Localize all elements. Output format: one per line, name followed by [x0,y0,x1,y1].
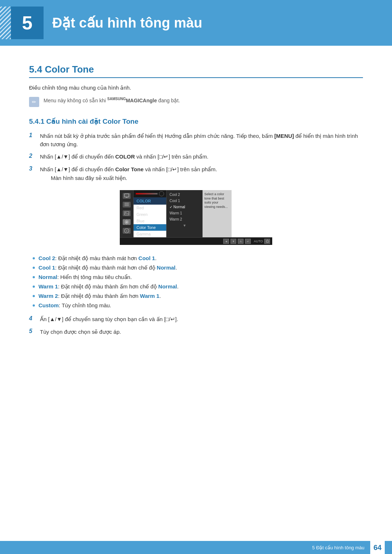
step-4-text: Ấn [▲/▼] để chuyển sang tùy chọn bạn cần… [40,315,178,324]
btn-down: ▼ [230,239,236,244]
step-3-text: Nhấn [▲/▼] để di chuyển đến Color Tone v… [40,166,217,172]
screenshot-wrapper: i COLOR Red Green Blue Color T [29,190,363,245]
bullet-normal: Normal: Hiển thị tông màu tiêu chuẩn. [33,274,363,280]
sidebar-icon-info: i [123,228,131,234]
screen-menu-header: COLOR [134,197,166,205]
screen-menu-item-blue: Blue [134,218,166,224]
bullet-dot [33,276,35,278]
submenu-arrow-down: ▼ [167,222,203,229]
section-description: Điều chỉnh tông màu chung của hình ảnh. [29,85,363,91]
bullet-list: Cool 2: Đặt nhiệt độ màu thành mát hơn C… [29,255,363,309]
step-4: 4 Ấn [▲/▼] để chuyển sang tùy chọn bạn c… [29,315,363,324]
svg-rect-2 [124,203,129,204]
submenu-cool2: Cool 2 [167,192,203,198]
section-title: Color Tone [45,64,94,75]
btn-left: ◄ [223,239,229,244]
bullet-custom: Custom: Tùy chỉnh tông màu. [33,302,363,309]
submenu-warm1: Warm 1 [167,210,203,216]
main-content: 5.4 Color Tone Điều chỉnh tông màu chung… [0,60,392,372]
step-5: 5 Tùy chọn được chọn sẽ được áp. [29,328,363,336]
chapter-number: 5 [11,7,44,39]
svg-text:i: i [126,229,127,233]
screen-submenu: Cool 2 Cool 1 Normal Warm 1 Warm 2 ▼ [166,190,203,237]
btn-enter: ↵ [245,239,251,244]
bullet-dot [33,304,35,307]
footer-text: 5 Đặt cấu hình tông màu [312,545,364,550]
note-box: Menu này không có sẵn khi SAMSUNGMAGICAn… [29,97,363,107]
screen-menu-col: COLOR Red Green Blue Color Tone Gamma [134,190,166,237]
sidebar-icon-monitor [123,193,131,199]
page-header: 5 Đặt cấu hình tông màu [0,0,392,46]
subsection-number: 5.4.1 [29,118,44,125]
subsection-title: Cấu hình cài đặt Color Tone [46,118,139,125]
btn-A: A [238,239,244,244]
svg-rect-3 [124,204,129,205]
step-3-subtext: Màn hình sau đây sẽ xuất hiện. [51,175,217,181]
step-2-text: Nhấn [▲/▼] để di chuyển đến COLOR và nhấ… [40,153,208,161]
screen-menu-item-colortone: Color Tone [134,224,166,231]
screen-sidebar: i [120,190,134,237]
svg-rect-1 [126,197,127,198]
screen-menu-item-green: Green [134,211,166,218]
note-icon [29,97,39,107]
subsection-heading: 5.4.1 Cấu hình cài đặt Color Tone [29,117,363,126]
svg-rect-4 [124,205,129,206]
svg-point-7 [126,221,127,223]
bullet-dot [33,267,35,269]
svg-rect-5 [124,212,129,215]
screen-menu-item-red: Red [134,205,166,211]
bullet-cool1: Cool 1: Đặt nhiệt độ màu thành mát hơn c… [33,264,363,271]
step-2: 2 Nhấn [▲/▼] để di chuyển đến COLOR và n… [29,153,363,161]
submenu-warm2: Warm 2 [167,216,203,222]
stripe-decoration [0,7,11,39]
bullet-cool2: Cool 2: Đặt nhiệt độ màu thành mát hơn C… [33,255,363,262]
note-text: Menu này không có sẵn khi SAMSUNGMAGICAn… [44,97,180,103]
screen-auto-label: AUTO [254,239,263,243]
screen-tooltip: Select a color tone that best suits your… [203,190,232,237]
sidebar-icon-gear [123,219,131,225]
bullet-warm1: Warm 1: Đặt nhiệt độ màu thành ấm hơn ch… [33,283,363,290]
bullet-warm2: Warm 2: Đặt nhiệt độ màu thành ấm hơn Wa… [33,293,363,299]
step-3: 3 Nhấn [▲/▼] để di chuyển đến Color Tone… [29,165,363,182]
bullet-dot [33,295,35,297]
submenu-normal: Normal [167,204,203,210]
btn-power: ⏻ [264,239,270,244]
steps-list: 1 Nhấn nút bất kỳ ở phía trước sản phẩm … [29,132,363,181]
step-1: 1 Nhấn nút bất kỳ ở phía trước sản phẩm … [29,132,363,148]
step-1-text: Nhấn nút bất kỳ ở phía trước sản phẩm để… [40,132,363,148]
bullet-dot [33,257,35,259]
sidebar-icon-picture [123,210,131,216]
screen-bottombar: ◄ ▼ A ↵ AUTO ⏻ [120,237,272,245]
sidebar-icon-lines [123,202,131,208]
screen-menu-item-gamma: Gamma [134,231,166,237]
bullet-dot [33,286,35,288]
steps-after-list: 4 Ấn [▲/▼] để chuyển sang tùy chọn bạn c… [29,315,363,336]
section-number: 5.4 [29,64,42,75]
submenu-cool1: Cool 1 [167,198,203,204]
page-footer: 5 Đặt cấu hình tông màu 64 [0,541,392,554]
svg-rect-0 [124,194,129,197]
screenshot: i COLOR Red Green Blue Color T [120,190,272,245]
step-5-text: Tùy chọn được chọn sẽ được áp. [40,328,121,336]
footer-page-number: 64 [370,541,385,554]
chapter-title: Đặt cấu hình tông màu [52,15,202,31]
section-heading: 5.4 Color Tone [29,64,363,78]
